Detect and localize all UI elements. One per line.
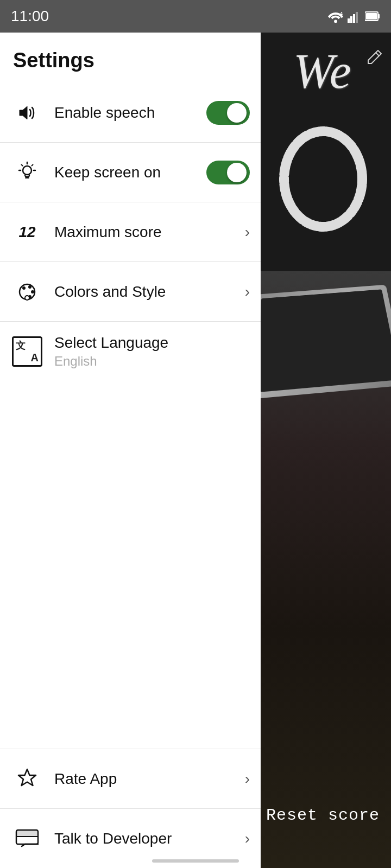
settings-item-colors[interactable]: Colors and Style › [0, 262, 261, 322]
language-sublabel: English [54, 354, 250, 369]
toggle-on-2[interactable] [206, 161, 250, 184]
settings-item-language[interactable]: Select Language English [0, 322, 261, 381]
talk-dev-chevron: › [245, 830, 250, 847]
keep-screen-toggle[interactable] [206, 161, 250, 184]
svg-line-13 [22, 164, 23, 165]
svg-point-19 [31, 290, 34, 293]
settings-item-rate-app[interactable]: Rate App › [0, 749, 261, 808]
language-label: Select Language [54, 334, 250, 352]
svg-rect-3 [350, 16, 352, 23]
number-12: 12 [18, 224, 35, 241]
chalk-circle-o [272, 119, 375, 239]
signal-icon [348, 10, 361, 23]
laptop-shape [261, 285, 391, 399]
chevron-right-icon-3: › [245, 770, 250, 787]
number-icon: 12 [11, 216, 43, 248]
volume-icon [11, 97, 43, 129]
settings-item-enable-speech[interactable]: Enable speech [0, 83, 261, 143]
colors-content: Colors and Style [43, 283, 245, 301]
home-indicator [152, 859, 239, 863]
svg-rect-7 [378, 14, 380, 18]
colors-label: Colors and Style [54, 283, 166, 300]
laptop-screen [261, 289, 391, 392]
rate-app-label: Rate App [54, 770, 117, 787]
language-icon [11, 335, 43, 368]
palette-icon [11, 276, 43, 308]
svg-point-18 [28, 285, 31, 289]
svg-rect-23 [16, 830, 38, 837]
svg-point-0 [334, 20, 337, 23]
enable-speech-toggle[interactable] [206, 101, 250, 125]
svg-text:4G: 4G [340, 11, 343, 16]
max-score-content: Maximum score [43, 224, 245, 241]
chevron-right-icon: › [245, 224, 250, 240]
reset-score-text[interactable]: Reset score [266, 806, 380, 825]
talk-dev-label: Talk to Developer [54, 830, 172, 847]
chevron-right-icon-4: › [245, 830, 250, 847]
chalk-text-we: We [293, 43, 351, 99]
edit-icon[interactable] [366, 48, 383, 71]
right-panel: We Reset score [261, 0, 391, 868]
svg-point-9 [23, 166, 31, 175]
chevron-right-icon-2: › [245, 283, 250, 300]
svg-rect-2 [348, 18, 350, 23]
svg-line-25 [376, 53, 379, 56]
lang-icon-inner [12, 336, 42, 367]
message-icon [11, 822, 43, 855]
svg-line-14 [32, 164, 33, 165]
settings-list: Enable speech Keep [0, 83, 261, 381]
enable-speech-content: Enable speech [43, 104, 206, 122]
svg-rect-8 [366, 13, 377, 20]
status-icons: 4G [328, 10, 380, 23]
settings-panel: Settings Enable speech [0, 33, 261, 868]
keep-screen-content: Keep screen on [43, 164, 206, 181]
status-time: 11:00 [11, 8, 49, 25]
svg-rect-4 [353, 14, 355, 23]
status-bar: 11:00 4G [0, 0, 391, 33]
wifi-icon: 4G [328, 10, 343, 23]
rate-app-content: Rate App [43, 770, 245, 788]
battery-icon [365, 10, 380, 23]
colors-chevron: › [245, 283, 250, 301]
settings-item-keep-screen[interactable]: Keep screen on [0, 143, 261, 202]
enable-speech-label: Enable speech [54, 104, 155, 121]
language-content: Select Language English [43, 334, 250, 369]
lightbulb-icon [11, 156, 43, 189]
svg-point-21 [25, 296, 29, 300]
star-icon [11, 763, 43, 795]
settings-bottom: Rate App › Talk to Developer › [0, 749, 261, 868]
svg-point-26 [284, 131, 362, 227]
max-score-label: Maximum score [54, 224, 162, 240]
talk-dev-content: Talk to Developer [43, 830, 245, 847]
svg-point-17 [22, 286, 26, 290]
keep-screen-label: Keep screen on [54, 164, 161, 181]
rate-app-chevron: › [245, 770, 250, 788]
settings-item-max-score[interactable]: 12 Maximum score › [0, 202, 261, 262]
toggle-on[interactable] [206, 101, 250, 125]
max-score-chevron: › [245, 224, 250, 241]
settings-title: Settings [0, 33, 261, 83]
svg-rect-5 [356, 12, 358, 23]
